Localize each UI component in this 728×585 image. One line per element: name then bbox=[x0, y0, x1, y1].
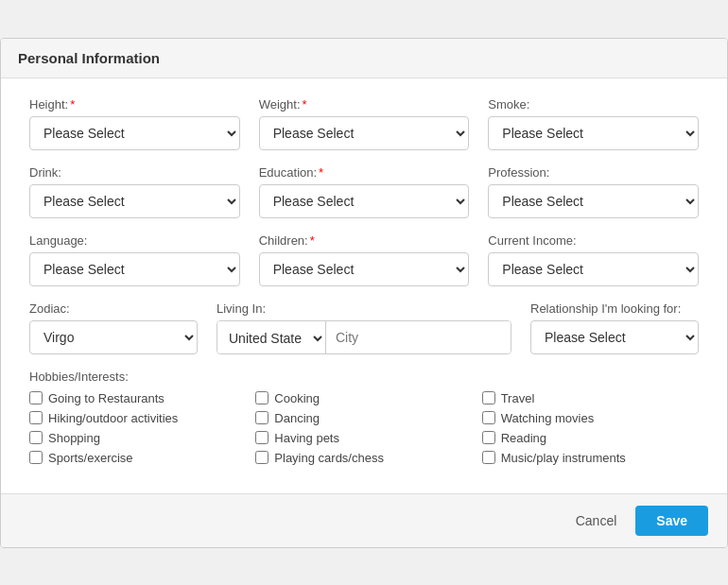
current-income-select[interactable]: Please Select bbox=[488, 252, 699, 286]
hobby-checkbox[interactable] bbox=[255, 391, 269, 404]
hobby-label: Reading bbox=[501, 431, 546, 445]
weight-label: Weight:* bbox=[259, 97, 470, 112]
hobbies-section: Hobbies/Interests: Going to RestaurantsC… bbox=[29, 370, 699, 465]
education-select[interactable]: Please Select bbox=[259, 184, 470, 218]
living-in-country-select[interactable]: United State bbox=[217, 321, 326, 354]
hobby-checkbox[interactable] bbox=[255, 411, 269, 424]
weight-select[interactable]: Please Select bbox=[259, 116, 470, 150]
save-button[interactable]: Save bbox=[635, 506, 708, 536]
hobby-label: Cooking bbox=[274, 391, 320, 405]
form-row-2: Drink: Please Select Education:* Please … bbox=[29, 165, 699, 218]
drink-select[interactable]: Please Select bbox=[29, 184, 240, 218]
hobby-checkbox[interactable] bbox=[482, 431, 495, 444]
modal-footer: Cancel Save bbox=[1, 493, 727, 547]
children-select[interactable]: Please Select bbox=[259, 252, 470, 286]
language-select[interactable]: Please Select bbox=[29, 252, 240, 286]
hobby-item: Watching movies bbox=[482, 411, 699, 425]
children-label: Children:* bbox=[259, 233, 470, 248]
education-label: Education:* bbox=[259, 165, 470, 180]
form-row-4: Zodiac: Virgo Living In: United State Re… bbox=[29, 301, 699, 354]
zodiac-label: Zodiac: bbox=[29, 301, 198, 316]
hobby-item: Cooking bbox=[255, 391, 472, 405]
smoke-label: Smoke: bbox=[488, 97, 699, 112]
modal-title: Personal Information bbox=[18, 50, 710, 66]
drink-group: Drink: Please Select bbox=[29, 165, 240, 218]
hobby-item: Reading bbox=[482, 431, 699, 445]
height-group: Height:* Please Select bbox=[29, 97, 240, 150]
language-label: Language: bbox=[29, 233, 240, 248]
profession-select[interactable]: Please Select bbox=[488, 184, 699, 218]
hobby-label: Travel bbox=[501, 391, 535, 405]
language-group: Language: Please Select bbox=[29, 233, 240, 286]
living-in-inputs: United State bbox=[217, 320, 511, 354]
hobby-item: Playing cards/chess bbox=[255, 451, 472, 465]
hobby-checkbox[interactable] bbox=[29, 451, 43, 464]
hobby-item: Dancing bbox=[255, 411, 472, 425]
hobbies-grid: Going to RestaurantsCookingTravelHiking/… bbox=[29, 391, 699, 465]
hobby-checkbox[interactable] bbox=[255, 431, 269, 444]
hobby-label: Music/play instruments bbox=[501, 451, 626, 465]
smoke-group: Smoke: Please Select bbox=[488, 97, 699, 150]
children-group: Children:* Please Select bbox=[259, 233, 470, 286]
profession-group: Profession: Please Select bbox=[488, 165, 699, 218]
hobby-label: Watching movies bbox=[501, 411, 595, 425]
living-in-label: Living In: bbox=[217, 301, 511, 316]
hobby-item: Sports/exercise bbox=[29, 451, 246, 465]
form-row-1: Height:* Please Select Weight:* Please S… bbox=[29, 97, 699, 150]
education-group: Education:* Please Select bbox=[259, 165, 470, 218]
drink-label: Drink: bbox=[29, 165, 240, 180]
hobby-item: Hiking/outdoor activities bbox=[29, 411, 246, 425]
form-row-3: Language: Please Select Children:* Pleas… bbox=[29, 233, 699, 286]
hobby-label: Dancing bbox=[274, 411, 320, 425]
hobby-checkbox[interactable] bbox=[29, 391, 43, 404]
hobby-checkbox[interactable] bbox=[255, 451, 269, 464]
cancel-button[interactable]: Cancel bbox=[566, 508, 627, 534]
weight-group: Weight:* Please Select bbox=[259, 97, 470, 150]
living-in-group: Living In: United State bbox=[217, 301, 511, 354]
current-income-label: Current Income: bbox=[488, 233, 699, 248]
hobby-item: Going to Restaurants bbox=[29, 391, 246, 405]
hobby-checkbox[interactable] bbox=[482, 411, 495, 424]
hobby-label: Having pets bbox=[274, 431, 339, 445]
hobby-checkbox[interactable] bbox=[29, 411, 43, 424]
hobby-item: Travel bbox=[482, 391, 699, 405]
hobby-item: Shopping bbox=[29, 431, 246, 445]
hobby-label: Sports/exercise bbox=[48, 451, 133, 465]
zodiac-select[interactable]: Virgo bbox=[29, 320, 198, 354]
hobby-item: Music/play instruments bbox=[482, 451, 699, 465]
hobby-label: Going to Restaurants bbox=[48, 391, 165, 405]
hobbies-label: Hobbies/Interests: bbox=[29, 370, 699, 384]
height-select[interactable]: Please Select bbox=[29, 116, 240, 150]
relationship-label: Relationship I'm looking for: bbox=[530, 301, 699, 316]
modal-body: Height:* Please Select Weight:* Please S… bbox=[1, 78, 727, 474]
hobby-checkbox[interactable] bbox=[29, 431, 43, 444]
profession-label: Profession: bbox=[488, 165, 699, 180]
zodiac-group: Zodiac: Virgo bbox=[29, 301, 198, 354]
current-income-group: Current Income: Please Select bbox=[488, 233, 699, 286]
modal: Personal Information Height:* Please Sel… bbox=[0, 38, 728, 548]
height-label: Height:* bbox=[29, 97, 240, 112]
hobby-label: Shopping bbox=[48, 431, 100, 445]
hobby-label: Playing cards/chess bbox=[274, 451, 384, 465]
relationship-group: Relationship I'm looking for: Please Sel… bbox=[530, 301, 699, 354]
hobby-item: Having pets bbox=[255, 431, 472, 445]
hobby-checkbox[interactable] bbox=[482, 451, 495, 464]
relationship-select[interactable]: Please Select bbox=[530, 320, 699, 354]
modal-header: Personal Information bbox=[1, 39, 727, 78]
hobby-checkbox[interactable] bbox=[482, 391, 495, 404]
smoke-select[interactable]: Please Select bbox=[488, 116, 699, 150]
hobby-label: Hiking/outdoor activities bbox=[48, 411, 178, 425]
living-in-city-input[interactable] bbox=[326, 321, 511, 353]
